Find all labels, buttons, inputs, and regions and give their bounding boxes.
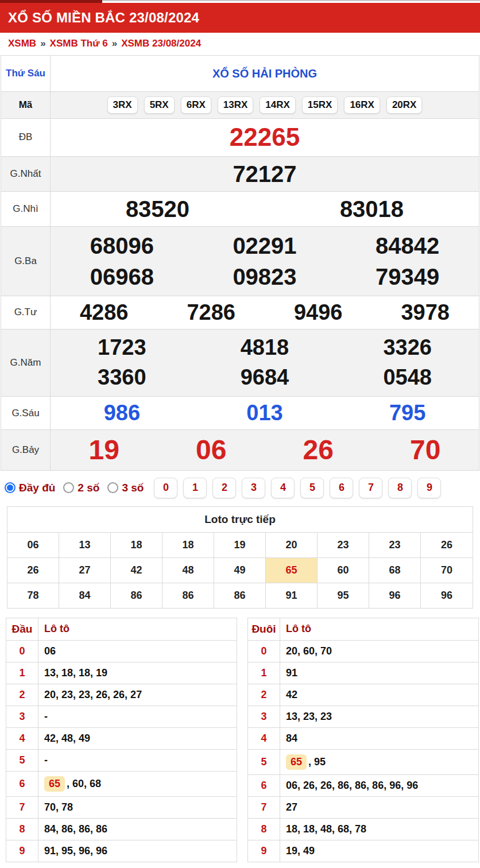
filter-bar: Đầy đủ 2 số 3 số 0 1 2 3 4 5 6 7 8 9 — [0, 471, 480, 505]
prize-label: G.Tư — [1, 296, 51, 330]
prize-label: G.Năm — [1, 330, 51, 396]
code-pill[interactable]: 5RX — [144, 96, 175, 114]
code-pill[interactable]: 3RX — [107, 96, 138, 114]
loto-cell: 23 — [369, 533, 421, 558]
prize-number: 06968 — [51, 261, 193, 292]
prize-number: 83018 — [265, 192, 479, 226]
dau-digit: 0 — [6, 641, 38, 662]
loto-cell: 06 — [7, 533, 59, 558]
dau-digit: 4 — [6, 728, 38, 749]
loto-cell: 86 — [111, 583, 162, 608]
loto-cell: 20 — [266, 533, 318, 558]
loto-cell: 48 — [162, 558, 214, 583]
table-row: 313, 23, 23 — [248, 706, 478, 728]
loto-cell: 84 — [59, 583, 111, 608]
digit-button-8[interactable]: 8 — [388, 478, 412, 498]
loto-cell: 91 — [266, 583, 318, 608]
digit-button-9[interactable]: 9 — [417, 478, 441, 498]
duoi-values: 13, 23, 23 — [286, 711, 332, 723]
prize-label: ĐB — [1, 119, 51, 156]
table-row: 991, 95, 96, 96 — [6, 840, 237, 862]
dau-values: 06 — [44, 645, 56, 657]
breadcrumb-link-date[interactable]: XSMB 23/08/2024 — [121, 38, 201, 49]
digit-button-5[interactable]: 5 — [300, 478, 324, 498]
top-strip-accent — [0, 0, 102, 3]
duoi-digit: 2 — [248, 684, 280, 706]
radio-icon[interactable] — [107, 482, 118, 493]
digit-button-1[interactable]: 1 — [183, 478, 207, 498]
digit-button-3[interactable]: 3 — [242, 478, 265, 498]
prize-label: G.Nhất — [1, 157, 51, 191]
digit-button-2[interactable]: 2 — [212, 478, 236, 498]
loto-cell: 23 — [318, 533, 369, 558]
prize-number: 3360 — [51, 363, 193, 393]
table-row: 220, 23, 23, 26, 26, 27 — [6, 684, 237, 706]
filter-option-3so[interactable]: 3 số — [107, 482, 144, 494]
prize-number: 4818 — [193, 333, 336, 363]
table-row: 727 — [248, 797, 478, 819]
filter-option-full[interactable]: Đầy đủ — [5, 482, 55, 494]
duoi-digit: 6 — [248, 775, 280, 796]
dau-digit: 6 — [6, 772, 38, 796]
page-header: XỔ SỐ MIỀN BẮC 23/08/2024 — [0, 3, 480, 33]
prize-number: 4286 — [51, 296, 158, 330]
breadcrumb-separator: » — [112, 38, 117, 49]
prize-number: 1723 — [51, 333, 193, 363]
prize-number: 013 — [193, 397, 336, 430]
prize-number: 02291 — [193, 230, 336, 261]
table-row: 5- — [6, 750, 237, 772]
dau-values: 42, 48, 49 — [44, 733, 90, 745]
prize-row-g5: G.Năm 1723 4818 3326 3360 9684 0548 — [1, 330, 479, 396]
digit-button-4[interactable]: 4 — [271, 478, 295, 498]
dau-digit: 3 — [6, 706, 38, 727]
table-row: 484 — [248, 728, 478, 750]
loto-cell: 86 — [162, 583, 214, 608]
prize-label: G.Ba — [1, 227, 51, 296]
duoi-values: 20, 60, 70 — [286, 645, 332, 657]
code-pill[interactable]: 15RX — [302, 96, 338, 114]
prize-label: G.Nhì — [1, 192, 51, 226]
radio-selected-icon[interactable] — [5, 482, 16, 493]
radio-icon[interactable] — [63, 482, 74, 493]
breadcrumb-link-xsmb[interactable]: XSMB — [8, 38, 36, 49]
code-pill[interactable]: 14RX — [260, 96, 296, 114]
loto-title: Loto trực tiếp — [7, 507, 473, 533]
loto-cell: 26 — [421, 533, 473, 558]
prize-row-g1: G.Nhất 72127 — [1, 157, 479, 192]
prize-row-db: ĐB 22265 — [1, 119, 479, 157]
table-row: 919, 49 — [248, 840, 478, 862]
table-row: 884, 86, 86, 86 — [6, 819, 237, 840]
highlighted-loto: 65 — [286, 754, 307, 770]
prize-number: 26 — [265, 430, 372, 470]
station-row: Thứ Sáu XỔ SỐ HẢI PHÒNG — [1, 56, 479, 92]
table-row: 020, 60, 70 — [248, 641, 478, 662]
loto-cell: 18 — [111, 533, 162, 558]
duoi-header-label: Đuôi — [248, 618, 280, 640]
code-pill[interactable]: 20RX — [386, 96, 423, 114]
digit-button-6[interactable]: 6 — [330, 478, 353, 498]
dau-values: 84, 86, 86, 86 — [44, 823, 107, 835]
prize-number: 0548 — [336, 363, 479, 393]
duoi-values: , 95 — [308, 756, 326, 768]
table-row: 242 — [248, 684, 478, 706]
code-pill[interactable]: 16RX — [344, 96, 380, 114]
dau-values: 91, 95, 96, 96 — [44, 845, 107, 857]
prize-row-g3: G.Ba 68096 02291 84842 06968 09823 79349 — [1, 227, 479, 296]
top-strip — [0, 0, 480, 3]
loto-cell: 86 — [214, 583, 266, 608]
duoi-values: 19, 49 — [286, 845, 315, 857]
digit-button-7[interactable]: 7 — [359, 478, 382, 498]
digit-button-0[interactable]: 0 — [154, 478, 177, 498]
filter-option-2so[interactable]: 2 số — [63, 482, 99, 494]
dau-digit: 2 — [6, 684, 38, 706]
loto-cell: 70 — [421, 558, 473, 583]
code-pill[interactable]: 13RX — [218, 96, 254, 114]
prize-number: 72127 — [51, 157, 479, 191]
highlighted-loto: 65 — [44, 776, 65, 792]
table-row: 191 — [248, 662, 478, 684]
code-label: Mã — [1, 92, 51, 118]
code-pill[interactable]: 6RX — [181, 96, 211, 114]
loto-cell: 18 — [162, 533, 214, 558]
prize-number: 9496 — [265, 296, 372, 330]
breadcrumb-link-day[interactable]: XSMB Thứ 6 — [50, 38, 108, 49]
